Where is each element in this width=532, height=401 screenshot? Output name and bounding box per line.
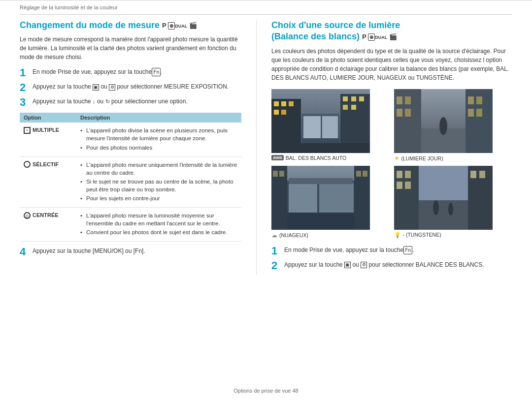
right-intro: Les couleurs des photos dépendent du typ… <box>271 47 512 82</box>
left-column: Changement du mode de mesure P ⊕DUAL 🎬 L… <box>20 20 256 275</box>
selectif-bullet-1: L'appareil photo mesure uniquement l'int… <box>80 161 237 177</box>
selectif-bullet-2: Si le sujet ne se trouve pas au centre d… <box>80 178 237 193</box>
awb-badge: AWB <box>271 155 284 160</box>
image-awb: AWB BAL. DES BLANCS AUTO <box>271 89 390 162</box>
svg-rect-42 <box>363 171 367 177</box>
main-content: Changement du mode de mesure P ⊕DUAL 🎬 L… <box>0 20 532 275</box>
option-centree: ⊙ CENTRÉE <box>20 208 76 242</box>
img-box-tungstene <box>394 166 493 230</box>
right-column: Choix d'une source de lumière (Balance d… <box>256 20 512 275</box>
bracket-icon-right: ▣ <box>344 262 351 268</box>
img-box-lumiere <box>394 89 493 153</box>
svg-rect-50 <box>470 171 476 178</box>
svg-rect-46 <box>405 171 411 178</box>
svg-rect-12 <box>343 96 348 101</box>
header-bar: Réglage de la luminosité et de la couleu… <box>0 0 532 14</box>
svg-rect-2 <box>274 101 279 106</box>
svg-rect-47 <box>397 182 402 189</box>
image-nuageux: ☁ (NUAGEUX) <box>271 166 390 239</box>
table-row-selectif: · SÉLECTIF L'appareil photo mesure uniqu… <box>20 156 241 207</box>
svg-rect-24 <box>405 109 411 117</box>
scene-lumiere-svg <box>394 89 493 153</box>
svg-rect-39 <box>279 171 284 177</box>
left-step-3: 3 Appuyez sur la touche ↓ ou ↻ pour séle… <box>20 97 241 108</box>
options-table: Option Description ▪ MULTIPLE <box>20 113 241 242</box>
header-divider <box>20 14 512 15</box>
tungstene-label-text: - (TUNGSTENE) <box>403 232 441 238</box>
label-lumiere: ☀ (LUMIERE JOUR) <box>394 155 513 162</box>
header-text: Réglage de la luminosité et de la couleu… <box>20 4 118 10</box>
svg-rect-22 <box>405 96 411 104</box>
left-step-1: 1 En mode Prise de vue, appuyez sur la t… <box>20 67 241 78</box>
table-row-multiple: ▪ MULTIPLE L'appareil photo divise la sc… <box>20 123 241 156</box>
selectif-label: SÉLECTIF <box>33 161 59 168</box>
right-title-icons: P ⊕DUAL 🎬 <box>362 33 397 40</box>
cloud-icon: ☁ <box>271 232 277 239</box>
fn-key-1: Fn <box>152 68 161 76</box>
svg-rect-45 <box>397 171 402 178</box>
img-box-nuageux <box>271 166 370 230</box>
label-awb: AWB BAL. DES BLANCS AUTO <box>271 155 390 161</box>
selectif-bullets: L'appareil photo mesure uniquement l'int… <box>80 161 237 202</box>
multiple-bullets: L'appareil photo divise la scène en plus… <box>80 126 237 151</box>
svg-rect-3 <box>281 101 286 106</box>
page-footer: Options de prise de vue 48 <box>0 388 532 394</box>
svg-rect-4 <box>289 101 294 106</box>
svg-rect-55 <box>419 166 468 200</box>
right-step-1: 1 En mode Prise de vue, appuyez sur la t… <box>271 246 512 256</box>
svg-rect-33 <box>289 183 317 213</box>
label-tungstene: 💡 - (TUNGSTENE) <box>394 232 513 238</box>
table-header-description: Description <box>76 113 241 123</box>
image-tungstene: 💡 - (TUNGSTENE) <box>394 166 513 239</box>
option-multiple: ▪ MULTIPLE <box>20 123 76 156</box>
fn-key-right-1: Fn <box>403 246 412 254</box>
footer-text: Options de prise de vue 48 <box>233 388 298 394</box>
centree-bullet-1: L'appareil photo mesure la luminosité mo… <box>80 212 237 227</box>
table-row-centree: ⊙ CENTRÉE L'appareil photo mesure la lum… <box>20 208 241 242</box>
scene-awb-svg <box>271 89 370 153</box>
option-selectif: · SÉLECTIF <box>20 156 76 207</box>
svg-rect-51 <box>479 171 485 178</box>
nuageux-label-text: (NUAGEUX) <box>279 232 308 238</box>
svg-point-30 <box>439 117 447 135</box>
svg-rect-38 <box>273 171 278 177</box>
svg-rect-34 <box>319 183 354 213</box>
multiple-bullet-2: Pour des photos normales <box>80 144 237 152</box>
multiple-bullet-1: L'appareil photo divise la scène en plus… <box>80 126 237 142</box>
bracket-icon: ▣ <box>93 84 99 91</box>
selectif-bullet-3: Pour les sujets en contre-jour <box>80 194 237 202</box>
svg-point-53 <box>433 200 439 215</box>
selectif-icon: · <box>24 161 31 168</box>
left-step-2: 2 Appuyez sur la touche ▣ ou ⚙ pour séle… <box>20 82 241 93</box>
dial-icon: ⚙ <box>109 84 115 91</box>
svg-rect-52 <box>419 200 468 230</box>
left-section-title: Changement du mode de mesure P ⊕DUAL 🎬 <box>20 20 241 31</box>
svg-rect-25 <box>468 96 474 104</box>
svg-point-54 <box>448 203 453 216</box>
multiple-icon: ▪ <box>24 127 31 134</box>
left-title-icons: P ⊕DUAL 🎬 <box>162 22 197 29</box>
svg-rect-8 <box>303 116 321 138</box>
centree-bullets: L'appareil photo mesure la luminosité mo… <box>80 212 237 236</box>
scene-nuageux-svg <box>271 166 370 230</box>
svg-rect-15 <box>343 105 348 110</box>
svg-rect-9 <box>322 116 338 138</box>
sun-icon: ☀ <box>394 155 399 162</box>
svg-rect-6 <box>281 110 286 115</box>
tungsten-icon: 💡 <box>394 232 401 238</box>
svg-rect-48 <box>405 182 411 189</box>
scene-tungstene-svg <box>394 166 493 230</box>
right-step-2: 2 Appuyez sur la touche ▣ ou ⚙ pour séle… <box>271 260 512 271</box>
images-grid: AWB BAL. DES BLANCS AUTO <box>271 89 512 239</box>
svg-rect-28 <box>476 109 482 117</box>
multiple-label: MULTIPLE <box>33 126 59 134</box>
svg-rect-16 <box>351 105 356 110</box>
left-intro: Le mode de mesure correspond la manière … <box>20 35 241 62</box>
svg-rect-17 <box>271 143 370 153</box>
table-header-option: Option <box>20 113 76 123</box>
option-selectif-desc: L'appareil photo mesure uniquement l'int… <box>76 156 241 207</box>
label-nuageux: ☁ (NUAGEUX) <box>271 232 390 239</box>
image-lumiere: ☀ (LUMIERE JOUR) <box>394 89 513 162</box>
dial-icon-right: ⚙ <box>361 262 367 268</box>
svg-rect-5 <box>274 110 279 115</box>
